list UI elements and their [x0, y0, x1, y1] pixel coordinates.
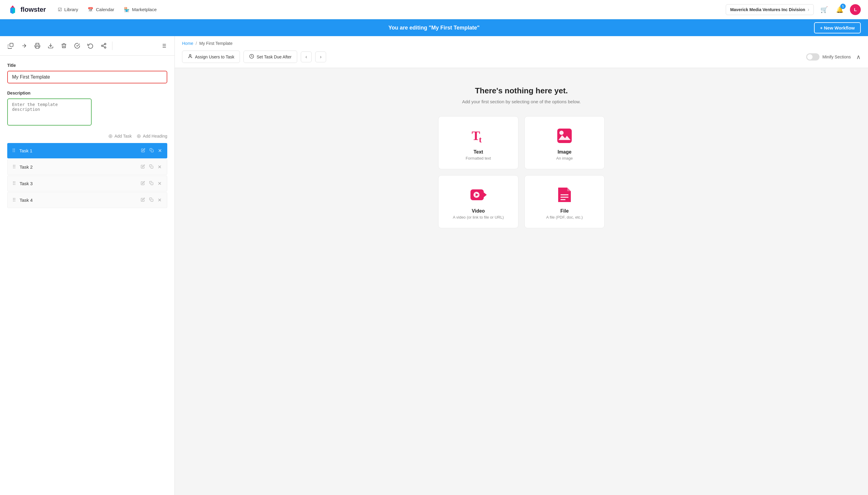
toggle-thumb — [807, 54, 813, 59]
copy-task-button[interactable] — [149, 197, 154, 204]
copy-task-button[interactable] — [149, 180, 154, 187]
arrow-right-button[interactable] — [18, 40, 30, 52]
breadcrumb: Home / My First Template — [182, 41, 861, 46]
division-selector[interactable]: Maverick Media Ventures Inc Division › — [726, 4, 814, 15]
check-button[interactable] — [71, 40, 83, 52]
section-card-image[interactable]: Image An image — [524, 116, 605, 169]
notifications-button[interactable]: 🔔 5 — [834, 4, 845, 15]
task-actions: ⊕ Add Task ⊕ Add Heading — [7, 133, 167, 139]
remove-task-button[interactable]: ✕ — [157, 197, 162, 204]
section-desc-image: An image — [556, 156, 573, 160]
svg-marker-25 — [484, 192, 487, 197]
svg-rect-15 — [151, 166, 153, 168]
topnav-right: Maverick Media Ventures Inc Division › 🛒… — [726, 4, 861, 15]
svg-rect-22 — [557, 129, 572, 143]
next-arrow-button[interactable]: › — [315, 51, 326, 62]
edit-task-button[interactable] — [141, 147, 146, 154]
svg-rect-0 — [10, 44, 13, 47]
add-task-icon: ⊕ — [108, 133, 113, 139]
remove-task-button[interactable]: ✕ — [157, 147, 162, 154]
section-card-video[interactable]: Video A video (or link to file or URL) — [438, 175, 519, 228]
section-card-text[interactable]: T t Text Formatted text — [438, 116, 519, 169]
section-desc-text: Formatted text — [466, 156, 491, 160]
section-desc-file: A file (PDF, doc, etc.) — [546, 215, 583, 220]
drag-handle: ⠿ — [12, 197, 16, 203]
edit-task-button[interactable] — [140, 164, 146, 170]
chevron-right-icon: › — [808, 7, 809, 12]
clock-icon — [249, 54, 254, 59]
svg-point-3 — [104, 44, 106, 45]
remove-task-button[interactable]: ✕ — [157, 180, 162, 187]
toolbar — [0, 36, 175, 56]
svg-point-18 — [189, 54, 191, 56]
drag-handle: ⠿ — [12, 181, 16, 186]
copy-button[interactable] — [5, 40, 17, 52]
task-item-task2[interactable]: ⠿ Task 2 ✕ — [7, 159, 167, 175]
edit-task-button[interactable] — [140, 197, 146, 204]
svg-point-5 — [104, 47, 106, 48]
action-bar: Assign Users to Task Set Task Due After … — [182, 51, 861, 63]
remove-task-button[interactable]: ✕ — [157, 164, 162, 170]
avatar[interactable]: L — [850, 4, 861, 15]
task-item-task4[interactable]: ⠿ Task 4 ✕ — [7, 192, 167, 208]
task-item-task3[interactable]: ⠿ Task 3 ✕ — [7, 175, 167, 191]
section-icon-video — [470, 186, 487, 204]
collapse-button[interactable]: ∧ — [856, 53, 861, 61]
logo-icon — [7, 4, 18, 15]
cart-icon-button[interactable]: 🛒 — [819, 4, 830, 15]
top-navigation: flowster ☑ Library 📅 Calendar 🏪 Marketpl… — [0, 0, 868, 19]
marketplace-icon: 🏪 — [124, 7, 130, 12]
print-button[interactable] — [31, 40, 44, 52]
nav-library[interactable]: ☑ Library — [58, 7, 78, 12]
empty-state: There's nothing here yet. Add your first… — [175, 68, 868, 116]
drag-handle: ⠿ — [12, 148, 16, 154]
svg-line-7 — [103, 44, 104, 45]
minify-toggle[interactable] — [806, 53, 819, 61]
calendar-icon: 📅 — [88, 7, 94, 12]
task-name: Task 2 — [20, 165, 140, 170]
nav-calendar[interactable]: 📅 Calendar — [88, 7, 114, 12]
svg-rect-17 — [151, 199, 153, 201]
assign-users-icon — [188, 54, 193, 59]
svg-rect-1 — [36, 46, 39, 49]
copy-task-button[interactable] — [149, 147, 154, 154]
section-icon-image — [556, 127, 573, 145]
title-label: Title — [7, 63, 167, 68]
left-content: Title Description ⊕ Add Task ⊕ Add Headi… — [0, 56, 175, 495]
delete-button[interactable] — [58, 40, 70, 52]
section-icon-text: T t — [470, 127, 487, 145]
edit-task-button[interactable] — [140, 180, 146, 187]
new-workflow-button[interactable]: + New Workflow — [814, 22, 861, 33]
section-desc-video: A video (or link to file or URL) — [453, 215, 504, 220]
task-item-actions: ✕ — [140, 180, 162, 187]
breadcrumb-home[interactable]: Home — [182, 41, 193, 46]
section-title-file: File — [560, 208, 569, 214]
copy-task-button[interactable] — [149, 164, 154, 170]
svg-rect-14 — [151, 150, 153, 152]
prev-arrow-button[interactable]: ‹ — [301, 51, 312, 62]
add-heading-button[interactable]: ⊕ Add Heading — [136, 133, 167, 139]
task-list: ⠿ Task 1 ✕ ⠿ Task 2 — [7, 143, 167, 208]
download-button[interactable] — [45, 40, 57, 52]
svg-point-4 — [102, 45, 103, 47]
library-icon: ☑ — [58, 7, 62, 12]
task-name: Task 1 — [19, 148, 141, 153]
title-input[interactable] — [7, 71, 167, 83]
assign-users-button[interactable]: Assign Users to Task — [182, 51, 240, 63]
set-due-after-button[interactable]: Set Task Due After — [244, 51, 297, 63]
share-button[interactable] — [98, 40, 110, 52]
add-task-button[interactable]: ⊕ Add Task — [108, 133, 132, 139]
breadcrumb-separator: / — [196, 41, 197, 46]
nav-links: ☑ Library 📅 Calendar 🏪 Marketplace — [58, 7, 157, 12]
nav-marketplace[interactable]: 🏪 Marketplace — [124, 7, 157, 12]
task-item-actions: ✕ — [140, 164, 162, 170]
section-card-file[interactable]: File A file (PDF, doc, etc.) — [524, 175, 605, 228]
main-layout: Title Description ⊕ Add Task ⊕ Add Headi… — [0, 36, 868, 495]
history-button[interactable] — [84, 40, 96, 52]
list-view-button[interactable] — [158, 40, 170, 52]
logo[interactable]: flowster — [7, 4, 46, 15]
left-panel: Title Description ⊕ Add Task ⊕ Add Headi… — [0, 36, 175, 495]
task-item-task1[interactable]: ⠿ Task 1 ✕ — [7, 143, 167, 158]
task-name: Task 4 — [20, 198, 140, 203]
description-textarea[interactable] — [7, 99, 92, 125]
